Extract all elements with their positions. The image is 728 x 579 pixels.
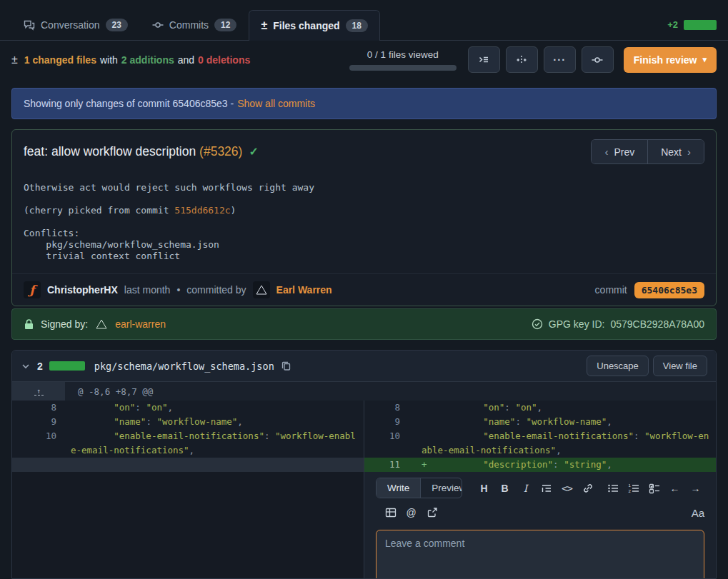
table-icon — [385, 507, 397, 518]
file-diffstat-bar — [49, 361, 85, 371]
unordered-list-button[interactable] — [604, 479, 622, 498]
changed-files-summary: ± 1 changed files with 2 additions and 0… — [11, 54, 250, 66]
diff-code-new: "enable-email-notifications": "workflow-… — [409, 429, 716, 458]
commit-title-text: feat: allow workflow description — [24, 144, 196, 158]
additions-count: 2 additions — [121, 54, 174, 66]
files-changed-count-badge: 18 — [346, 19, 368, 32]
tab-files-changed[interactable]: ± Files changed 18 — [249, 10, 380, 41]
commit-body-conflicts: Conflicts: pkg/schema/workflow_schema.js… — [24, 228, 704, 262]
bold-button[interactable]: B — [496, 479, 514, 498]
committer-name[interactable]: Earl Warren — [276, 284, 332, 296]
signer-name[interactable]: earl-warren — [115, 318, 166, 330]
finish-review-label: Finish review — [634, 54, 697, 66]
file-tree-toggle-button[interactable] — [468, 46, 500, 73]
commit-nav: ‹ Prev Next › — [591, 139, 704, 164]
prev-commit-button[interactable]: ‹ Prev — [592, 140, 647, 163]
inline-comment-form: Write Preview H B I <> — [364, 472, 716, 578]
verified-check-icon: ✓ — [249, 145, 258, 158]
commit-message-box: feat: allow workflow description (#5326)… — [11, 129, 717, 306]
gpg-key-id: 0579CB2928A78A00 — [610, 318, 704, 330]
cherry-pick-text: (cherry picked from commit — [24, 205, 174, 216]
diff-table: 8 "on": "on",8 "on": "on",9 "name": "wor… — [12, 401, 716, 472]
changed-files-count: 1 changed files — [24, 54, 96, 66]
ordered-list-button[interactable]: 12 — [624, 479, 642, 498]
collapse-file-icon[interactable] — [21, 361, 31, 371]
author-name[interactable]: ChristopherHX — [47, 284, 118, 296]
heading-button[interactable]: H — [475, 479, 493, 498]
indent-button[interactable]: → — [687, 479, 704, 498]
finish-review-button[interactable]: Finish review ▾ — [624, 47, 717, 73]
committed-by-label: committed by — [186, 284, 246, 296]
signer-avatar[interactable] — [94, 317, 109, 331]
diff-options-button[interactable]: ··· — [544, 46, 576, 73]
quote-button[interactable] — [537, 479, 555, 498]
reference-button[interactable] — [423, 503, 441, 522]
copy-path-icon[interactable] — [281, 361, 291, 371]
tab-preview[interactable]: Preview — [420, 478, 462, 498]
diff-bottom-area: Write Preview H B I <> — [12, 472, 716, 578]
font-toggle-button[interactable]: Aa — [692, 507, 704, 519]
commit-hash-badge[interactable]: 65406c85e3 — [634, 282, 704, 298]
code-button[interactable]: <> — [558, 479, 576, 498]
commit-time: last month — [124, 284, 171, 296]
show-all-commits-link[interactable]: Show all commits — [237, 98, 315, 109]
editor-mode-tabs: Write Preview — [376, 478, 462, 498]
comment-textarea[interactable] — [376, 530, 704, 578]
commit-body-line: (cherry picked from commit 515dd6612c) — [24, 205, 704, 216]
diff-line-number-old[interactable] — [12, 458, 65, 472]
diff-line-number-new[interactable]: 8 — [364, 401, 409, 415]
files-viewed-progress-bar — [349, 65, 457, 71]
commit-author-row: ƒ ChristopherHX last month • committed b… — [12, 273, 716, 306]
diff-line-number-old[interactable]: 9 — [12, 415, 65, 429]
diff-icon: ± — [11, 54, 18, 66]
dot-separator: • — [176, 284, 180, 296]
diff-line-number-old[interactable]: 10 — [12, 429, 65, 458]
tab-conversation[interactable]: Conversation 23 — [11, 9, 140, 40]
reference-icon — [427, 507, 438, 518]
italic-button[interactable]: I — [517, 479, 534, 498]
diff-code-old: "name": "workflow-name", — [65, 415, 364, 429]
signed-by-label: Signed by: — [41, 318, 88, 330]
next-commit-button[interactable]: Next › — [647, 140, 704, 163]
svg-text:1: 1 — [628, 483, 631, 488]
diffstat: +2 — [667, 19, 717, 40]
diff-code-new: "on": "on", — [409, 401, 716, 415]
table-button[interactable] — [382, 503, 399, 522]
unescape-button[interactable]: Unescape — [587, 356, 649, 376]
diff-code-old — [65, 458, 364, 472]
diff-line-number-new[interactable]: 9 — [364, 415, 409, 429]
diff-line-number-new[interactable]: 10 — [364, 429, 409, 458]
diff-left-empty — [12, 472, 364, 578]
committer-avatar[interactable] — [253, 281, 270, 298]
commit-label: commit — [595, 284, 627, 296]
diff-file-header: 2 pkg/schema/workflow_schema.json Unesca… — [12, 351, 716, 382]
diff-line-number-new[interactable]: 11 — [364, 458, 409, 472]
commit-issue-link[interactable]: (#5326) — [199, 144, 242, 158]
expand-hunk-button[interactable]: ↑ — [12, 382, 65, 401]
diff-line-number-old[interactable]: 8 — [12, 401, 65, 415]
view-file-button[interactable]: View file — [653, 356, 707, 376]
split-view-button[interactable] — [506, 46, 538, 73]
tab-conversation-label: Conversation — [41, 19, 100, 31]
mention-button[interactable]: @ — [402, 503, 420, 522]
task-list-button[interactable] — [645, 479, 663, 498]
commit-title: feat: allow workflow description (#5326) — [24, 144, 242, 159]
diff-code-old: "on": "on", — [65, 401, 364, 415]
tab-write[interactable]: Write — [377, 478, 420, 498]
file-change-count: 2 — [37, 361, 43, 372]
tab-commits[interactable]: Commits 12 — [140, 9, 249, 40]
unordered-list-icon — [607, 483, 619, 494]
diff-file-box: 2 pkg/schema/workflow_schema.json Unesca… — [11, 350, 717, 579]
commit-select-button[interactable] — [582, 46, 614, 73]
diffstat-added-count: +2 — [667, 19, 678, 30]
link-icon — [582, 483, 594, 494]
gpg-key-label: GPG key ID: — [549, 318, 605, 330]
lock-icon — [24, 318, 34, 330]
conflicts-line: pkg/schema/workflow_schema.json — [24, 239, 219, 250]
summary-text: with — [100, 54, 118, 66]
file-name[interactable]: pkg/schema/workflow_schema.json — [94, 361, 274, 372]
outdent-button[interactable]: ← — [666, 479, 684, 498]
link-button[interactable] — [579, 479, 597, 498]
author-avatar[interactable]: ƒ — [24, 281, 41, 298]
cherry-pick-hash-link[interactable]: 515dd6612c — [174, 205, 230, 216]
